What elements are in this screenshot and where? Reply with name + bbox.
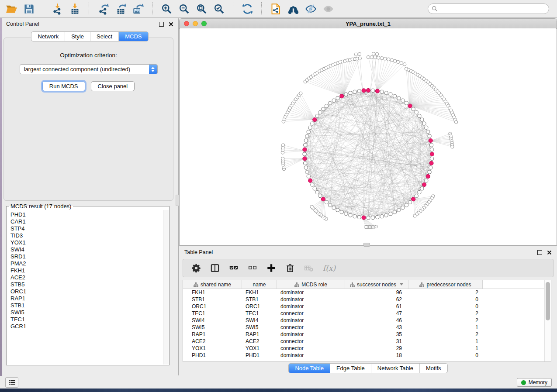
mcds-result-item[interactable]: FKH1 xyxy=(10,267,163,274)
settings-gear-icon[interactable] xyxy=(191,263,201,273)
function-builder-icon: f(x) xyxy=(323,264,336,272)
zoom-selected-icon[interactable] xyxy=(213,3,225,15)
table-row[interactable]: RAP1RAP1dominator352 xyxy=(183,331,544,338)
cell-successor-nodes: 43 xyxy=(345,324,408,330)
select-all-icon[interactable] xyxy=(229,263,239,273)
mcds-result-item[interactable]: PHD1 xyxy=(10,211,163,218)
mcds-result-item[interactable]: STB5 xyxy=(10,281,163,288)
network-canvas[interactable] xyxy=(180,28,556,245)
table-row[interactable]: ORC1ORC1dominator610 xyxy=(183,303,544,310)
table-scrollbar-thumb[interactable] xyxy=(546,282,550,320)
zoom-in-icon[interactable] xyxy=(161,3,173,15)
mcds-result-item[interactable]: STP4 xyxy=(10,225,163,232)
delete-row-icon[interactable] xyxy=(285,263,295,273)
control-panel-title: Control Panel xyxy=(6,21,39,27)
eye-slash-icon[interactable] xyxy=(305,3,317,15)
column-header-predecessor-nodes[interactable]: predecessor nodes xyxy=(408,280,483,289)
table-row[interactable]: FKH1FKH1dominator962 xyxy=(183,289,544,296)
mcds-result-item[interactable]: SWI4 xyxy=(10,246,163,253)
memory-button[interactable]: Memory xyxy=(517,378,552,387)
table-row[interactable]: STB1STB1dominator620 xyxy=(183,296,544,303)
toolbar-separator xyxy=(261,2,262,15)
binoculars-icon[interactable] xyxy=(287,3,299,15)
table-panel-close-icon[interactable] xyxy=(547,250,552,255)
column-header-name[interactable]: name xyxy=(242,280,277,289)
cell-predecessor-nodes: 1 xyxy=(408,338,483,344)
column-header-mcds-role[interactable]: MCDS role xyxy=(277,280,345,289)
network-window-titlebar[interactable]: YPA_prune.txt_1 xyxy=(180,19,557,29)
window-zoom-light[interactable] xyxy=(201,21,207,26)
mcds-result-item[interactable]: TID3 xyxy=(10,232,163,239)
table-row[interactable]: SWI5SWI5connector431 xyxy=(183,324,544,331)
control-panel-float-icon[interactable] xyxy=(159,22,164,27)
mcds-result-item[interactable]: GCR1 xyxy=(10,323,163,330)
share-network-file-icon[interactable] xyxy=(270,3,282,15)
run-mcds-button[interactable]: Run MCDS xyxy=(42,81,85,91)
table-panel-title: Table Panel xyxy=(184,249,213,255)
mcds-result-item[interactable]: ACE2 xyxy=(10,274,163,281)
cell-mcds-role: dominator xyxy=(277,296,345,303)
dropdown-selected-value: largest connected component (undirected) xyxy=(20,66,149,72)
export-image-icon[interactable] xyxy=(132,3,144,15)
tab-network-table[interactable]: Network Table xyxy=(371,364,419,373)
control-panel: Control Panel NetworkStyleSelectMCDS Opt… xyxy=(2,18,178,375)
status-list-button[interactable] xyxy=(5,377,18,388)
control-panel-header: Control Panel xyxy=(2,18,178,30)
tab-network[interactable]: Network xyxy=(31,32,65,41)
deselect-all-icon[interactable] xyxy=(248,263,257,273)
table-row[interactable]: PHD1PHD1dominator180 xyxy=(183,352,544,359)
tab-style[interactable]: Style xyxy=(65,32,90,41)
table-row[interactable]: SWI4SWI4dominator462 xyxy=(183,317,544,324)
horizontal-splitter-handle[interactable] xyxy=(363,243,370,247)
refresh-icon[interactable] xyxy=(242,3,253,15)
open-folder-icon[interactable] xyxy=(6,3,17,15)
mcds-result-item[interactable]: PMA2 xyxy=(10,260,163,267)
zoom-fit-icon[interactable] xyxy=(196,3,208,15)
export-network-icon[interactable] xyxy=(97,3,109,15)
search-input[interactable] xyxy=(440,5,545,12)
tab-mcds[interactable]: MCDS xyxy=(118,32,148,41)
cell-predecessor-nodes: 2 xyxy=(408,310,483,316)
tab-edge-table[interactable]: Edge Table xyxy=(330,364,371,373)
mcds-result-item[interactable]: SRD1 xyxy=(10,253,163,260)
mcds-result-item[interactable]: STB1 xyxy=(10,302,163,309)
window-minimize-light[interactable] xyxy=(193,21,198,26)
cell-shared-name: ORC1 xyxy=(183,303,242,309)
save-icon[interactable] xyxy=(23,3,35,15)
cell-shared-name: TEC1 xyxy=(183,310,242,316)
table-row[interactable]: TEC1TEC1connector472 xyxy=(183,310,544,317)
panel-splitter[interactable] xyxy=(178,18,179,375)
table-row[interactable]: YOX1YOX1connector291 xyxy=(183,345,544,352)
cell-shared-name: STB1 xyxy=(183,296,242,303)
import-table-icon[interactable] xyxy=(69,3,81,15)
optimization-criterion-dropdown[interactable]: largest connected component (undirected) xyxy=(20,64,158,74)
mcds-result-item[interactable]: RAP1 xyxy=(10,295,163,302)
window-close-light[interactable] xyxy=(184,21,189,26)
add-row-icon[interactable] xyxy=(266,263,276,273)
result-list-scrollbar[interactable] xyxy=(163,210,169,364)
table-panel-float-icon[interactable] xyxy=(537,250,542,255)
show-columns-icon[interactable] xyxy=(210,263,220,273)
zoom-out-icon[interactable] xyxy=(178,3,190,15)
cell-successor-nodes: 47 xyxy=(345,310,408,316)
export-table-icon[interactable] xyxy=(115,3,127,15)
cell-successor-nodes: 61 xyxy=(345,303,408,309)
table-scrollbar[interactable] xyxy=(544,280,551,361)
cell-predecessor-nodes: 1 xyxy=(408,324,483,330)
table-row[interactable]: ACE2ACE2connector311 xyxy=(183,338,544,345)
close-panel-button[interactable]: Close panel xyxy=(91,81,135,91)
mcds-result-item[interactable]: YOX1 xyxy=(10,239,163,246)
mcds-result-item[interactable]: SWI5 xyxy=(10,309,163,316)
control-panel-close-icon[interactable] xyxy=(169,22,173,27)
import-network-icon[interactable] xyxy=(52,3,63,15)
column-header-shared-name[interactable]: shared name xyxy=(183,280,242,289)
tab-motifs[interactable]: Motifs xyxy=(419,364,447,373)
tab-select[interactable]: Select xyxy=(90,32,118,41)
mcds-result-item[interactable]: ORC1 xyxy=(10,288,163,295)
column-header-successor-nodes[interactable]: successor nodes xyxy=(345,280,408,289)
mcds-result-item[interactable]: CAR1 xyxy=(10,218,163,225)
search-box[interactable] xyxy=(428,3,549,14)
tab-node-table[interactable]: Node Table xyxy=(289,364,330,373)
eye-icon[interactable] xyxy=(322,3,334,15)
mcds-result-item[interactable]: TEC1 xyxy=(10,316,163,323)
